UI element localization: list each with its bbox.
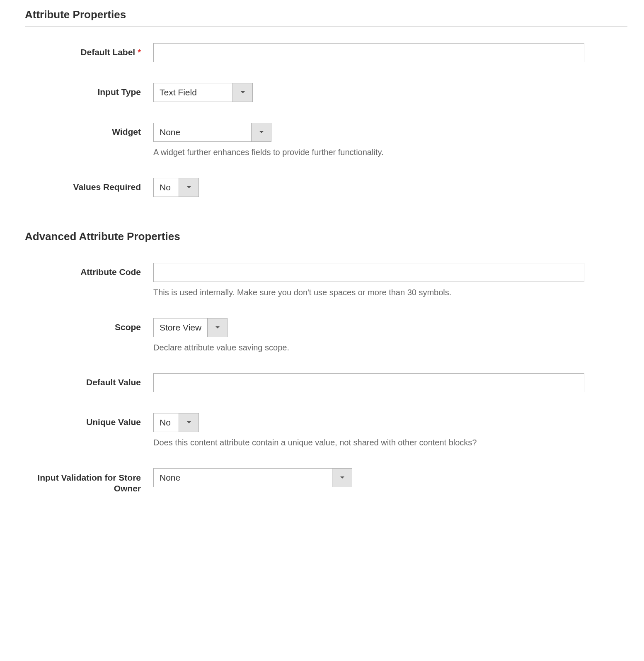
- input-validation-select[interactable]: None: [153, 468, 352, 487]
- input-validation-value: None: [154, 469, 332, 487]
- chevron-down-icon: [179, 178, 199, 197]
- scope-select[interactable]: Store View: [153, 318, 228, 337]
- chevron-down-icon: [207, 318, 227, 337]
- input-type-select[interactable]: Text Field: [153, 83, 253, 102]
- label-default-label: Default Label*: [25, 43, 153, 57]
- unique-value-value: No: [154, 413, 179, 432]
- section-divider: [25, 26, 627, 27]
- input-type-value: Text Field: [154, 83, 232, 102]
- label-default-value: Default Value: [25, 373, 153, 387]
- row-scope: Scope Store View Declare attribute value…: [25, 318, 627, 352]
- label-scope: Scope: [25, 318, 153, 332]
- chevron-down-icon: [232, 83, 252, 102]
- label-input-type: Input Type: [25, 83, 153, 97]
- label-widget: Widget: [25, 123, 153, 137]
- row-attribute-code: Attribute Code This is used internally. …: [25, 263, 627, 297]
- widget-value: None: [154, 123, 251, 141]
- chevron-down-icon: [332, 469, 352, 487]
- label-attribute-code: Attribute Code: [25, 263, 153, 277]
- row-default-value: Default Value: [25, 373, 627, 392]
- default-value-input[interactable]: [153, 373, 584, 392]
- row-input-type: Input Type Text Field: [25, 83, 627, 102]
- section-title-advanced-attribute-properties: Advanced Attribute Properties: [25, 230, 627, 243]
- row-values-required: Values Required No: [25, 178, 627, 197]
- row-widget: Widget None A widget further enhances fi…: [25, 123, 627, 157]
- values-required-select[interactable]: No: [153, 178, 199, 197]
- default-label-input[interactable]: [153, 43, 584, 62]
- label-input-validation: Input Validation for Store Owner: [25, 468, 153, 494]
- attribute-code-input[interactable]: [153, 263, 584, 282]
- widget-select[interactable]: None: [153, 123, 271, 142]
- attribute-code-help-text: This is used internally. Make sure you d…: [153, 288, 451, 297]
- scope-value: Store View: [154, 318, 207, 337]
- widget-help-text: A widget further enhances fields to prov…: [153, 148, 384, 157]
- required-asterisk: *: [138, 48, 141, 57]
- chevron-down-icon: [179, 413, 199, 432]
- section-title-attribute-properties: Attribute Properties: [25, 8, 627, 21]
- scope-help-text: Declare attribute value saving scope.: [153, 343, 289, 352]
- label-values-required: Values Required: [25, 178, 153, 192]
- row-default-label: Default Label*: [25, 43, 627, 62]
- chevron-down-icon: [251, 123, 271, 141]
- label-unique-value: Unique Value: [25, 413, 153, 427]
- row-input-validation: Input Validation for Store Owner None: [25, 468, 627, 494]
- unique-value-select[interactable]: No: [153, 413, 199, 432]
- row-unique-value: Unique Value No Does this content attrib…: [25, 413, 627, 447]
- values-required-value: No: [154, 178, 179, 197]
- unique-value-help-text: Does this content attribute contain a un…: [153, 438, 477, 447]
